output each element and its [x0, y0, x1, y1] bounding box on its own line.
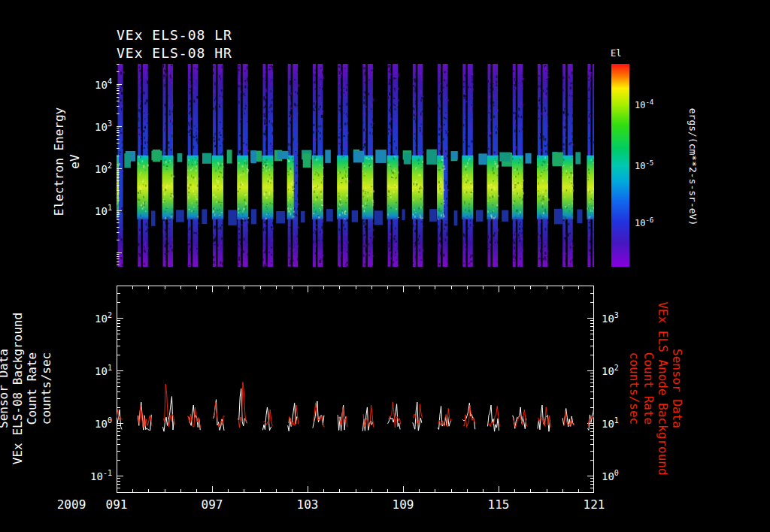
- spectrogram-canvas: [117, 64, 594, 267]
- right-axis-label-units: counts/sec: [627, 352, 641, 425]
- count-rate-left-tick-10e1: 101: [95, 364, 112, 377]
- left-axis-label-sensor-data: Sensor Data: [0, 349, 11, 428]
- x-tick-103: 103: [297, 497, 319, 512]
- colorbar-tick-10e-4: 10-4: [635, 98, 653, 110]
- energy-axis-tick-10e1: 101: [95, 204, 112, 217]
- x-tick-121: 121: [584, 497, 605, 512]
- right-axis-label-sensor-data: Sensor Data: [670, 349, 684, 428]
- energy-axis-units-label: eV: [68, 154, 82, 168]
- year-label: 2009: [57, 497, 86, 512]
- colorbar-tick-10e-6: 10-6: [635, 216, 653, 228]
- left-axis-label-background: VEx ELS-08 Background: [11, 313, 25, 464]
- plot-title-hr: VEx ELS-08 HR: [117, 45, 232, 61]
- colorbar-units-label: ergs/(cm**2-s-sr-eV): [687, 108, 699, 226]
- colorbar-tick-10e-5: 10-5: [635, 159, 653, 171]
- x-tick-097: 097: [202, 497, 223, 512]
- right-axis-label-anode-background: VEx ELS Anode Background: [656, 301, 670, 475]
- energy-axis-tick-10e4: 104: [95, 77, 112, 91]
- count-rate-right-tick-10e2: 102: [602, 364, 619, 377]
- colorbar-title: El: [611, 48, 621, 59]
- energy-axis-label: Electron Energy: [52, 107, 66, 216]
- x-tick-109: 109: [393, 497, 414, 512]
- x-tick-115: 115: [488, 497, 510, 512]
- count-rate-right-tick-10e1: 101: [602, 416, 619, 430]
- count-rate-left-tick-10e-1: 10-1: [90, 469, 112, 482]
- colorbar: [611, 64, 629, 267]
- vex-els-plot-window: VEx ELS-08 LR VEx ELS-08 HR Electron Ene…: [0, 0, 770, 532]
- energy-axis-tick-10e2: 102: [95, 162, 112, 175]
- count-rate-right-tick-10e3: 103: [602, 311, 619, 325]
- left-axis-label-count-rate: Count Rate: [25, 352, 39, 425]
- count-rate-left-tick-10e2: 102: [95, 311, 112, 325]
- energy-axis-tick-10e3: 103: [95, 119, 112, 133]
- x-tick-091: 091: [106, 497, 128, 512]
- plot-title-lr: VEx ELS-08 LR: [117, 27, 232, 43]
- count-rate-right-tick-10e0: 100: [602, 469, 619, 482]
- count-rate-left-tick-10e0: 100: [95, 416, 112, 430]
- right-axis-label-count-rate: Count Rate: [641, 352, 656, 425]
- left-axis-label-units: counts/sec: [39, 352, 53, 425]
- count-rate-canvas: [117, 286, 594, 493]
